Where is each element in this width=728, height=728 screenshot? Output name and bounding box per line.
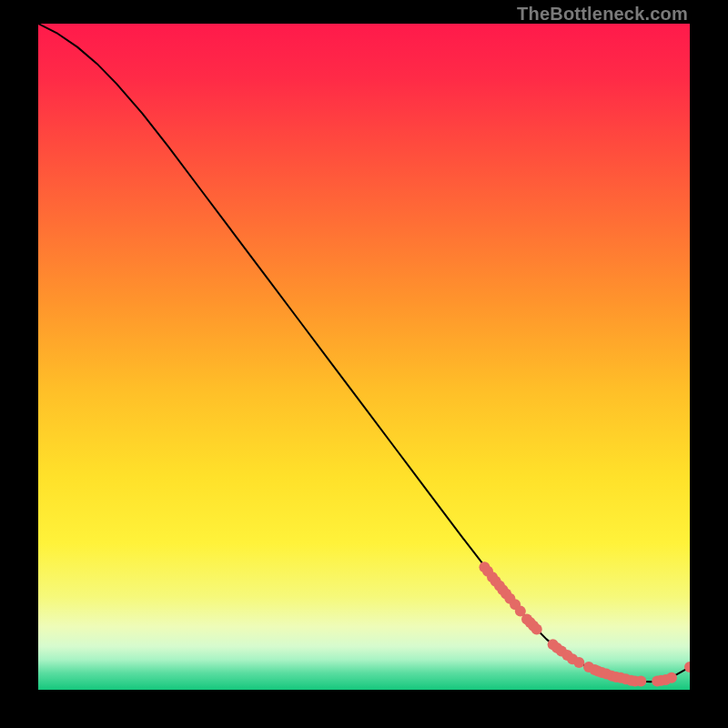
chart [38, 24, 690, 690]
plot-background [38, 24, 690, 690]
curve-marker [531, 623, 542, 634]
curve-marker [573, 657, 584, 668]
curve-marker [666, 672, 677, 683]
curve-marker [635, 675, 646, 686]
watermark-text: TheBottleneck.com [517, 4, 688, 25]
